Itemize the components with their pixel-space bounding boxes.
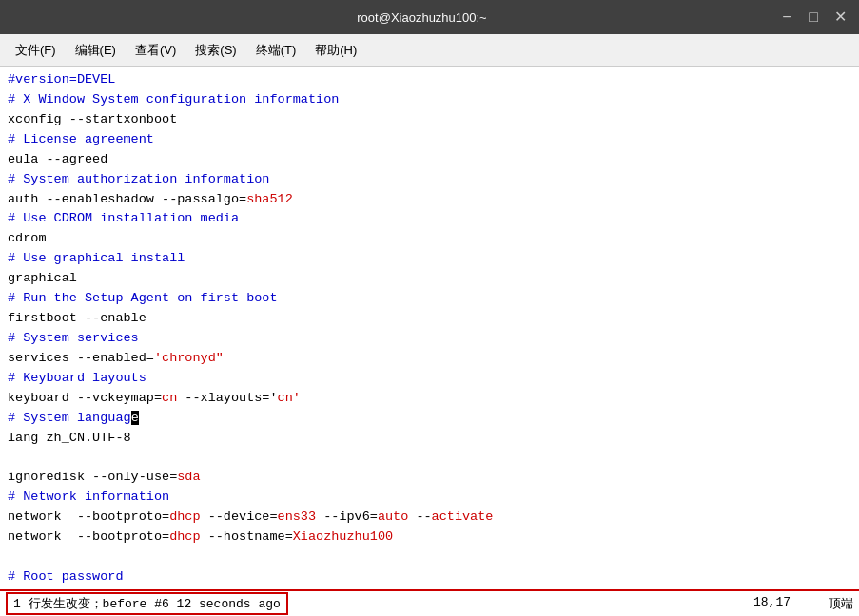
maximize-button[interactable]: □: [804, 10, 823, 25]
line-keyboard: keyboard --vckeymap=cn --xlayouts='cn': [8, 389, 851, 409]
minimize-button[interactable]: −: [777, 10, 796, 25]
cursor-position: 18,17: [753, 595, 791, 612]
line-cdrom-comment: # Use CDROM installation media: [8, 209, 851, 229]
menu-help[interactable]: 帮助(H): [307, 38, 364, 63]
line-lang-comment: # System language: [8, 409, 851, 429]
line-ignoredisk: ignoredisk --only-use=sda: [8, 468, 851, 488]
line-version: #version=DEVEL: [8, 70, 851, 90]
line-network2: network --bootproto=dhcp --hostname=Xiao…: [8, 528, 851, 548]
line-lang: lang zh_CN.UTF-8: [8, 429, 851, 449]
line-auth: auth --enableshadow --passalgo=sha512: [8, 190, 851, 210]
line-services-comment: # System services: [8, 329, 851, 349]
line-empty2: [8, 548, 851, 568]
cursor-location: 顶端: [829, 595, 853, 612]
terminal-content: #version=DEVEL # X Window System configu…: [0, 67, 859, 589]
line-services: services --enabled='chronyd": [8, 349, 851, 369]
line-empty1: [8, 449, 851, 469]
menu-terminal[interactable]: 终端(T): [248, 38, 304, 63]
window-title: root@Xiaozhuzhu100:~: [67, 10, 777, 25]
line-network1: network --bootproto=dhcp --device=ens33 …: [8, 508, 851, 528]
line-firstboot-comment: # Run the Setup Agent on first boot: [8, 289, 851, 309]
line-eula: eula --agreed: [8, 150, 851, 170]
line-license-comment: # License agreement: [8, 130, 851, 150]
line-keyboard-comment: # Keyboard layouts: [8, 369, 851, 389]
line-xwindow-comment: # X Window System configuration informat…: [8, 90, 851, 110]
line-firstboot: firstboot --enable: [8, 309, 851, 329]
menu-file[interactable]: 文件(F): [8, 38, 64, 63]
menu-edit[interactable]: 编辑(E): [68, 38, 124, 63]
status-right: 18,17 顶端: [753, 595, 853, 612]
close-button[interactable]: ✕: [830, 10, 849, 25]
window-controls: − □ ✕: [777, 10, 849, 25]
terminal-body[interactable]: #version=DEVEL # X Window System configu…: [0, 67, 859, 616]
line-graphical-comment: # Use graphical install: [8, 249, 851, 269]
line-graphical: graphical: [8, 269, 851, 289]
terminal-window: root@Xiaozhuzhu100:~ − □ ✕ 文件(F) 编辑(E) 查…: [0, 0, 859, 616]
menu-search[interactable]: 搜索(S): [187, 38, 244, 63]
title-bar: root@Xiaozhuzhu100:~ − □ ✕: [0, 0, 859, 34]
line-auth-comment: # System authorization information: [8, 170, 851, 190]
line-xconfig: xconfig --startxonboot: [8, 110, 851, 130]
line-cdrom: cdrom: [8, 229, 851, 249]
line-network-comment: # Network information: [8, 488, 851, 508]
line-rootpw-comment: # Root password: [8, 568, 851, 587]
status-left: 1 行发生改变；before #6 12 seconds ago: [6, 592, 753, 615]
menu-bar: 文件(F) 编辑(E) 查看(V) 搜索(S) 终端(T) 帮助(H): [0, 34, 859, 67]
status-change-text: 1 行发生改变；before #6 12 seconds ago: [6, 592, 288, 615]
menu-view[interactable]: 查看(V): [127, 38, 184, 63]
status-bar: 1 行发生改变；before #6 12 seconds ago 18,17 顶…: [0, 589, 859, 616]
